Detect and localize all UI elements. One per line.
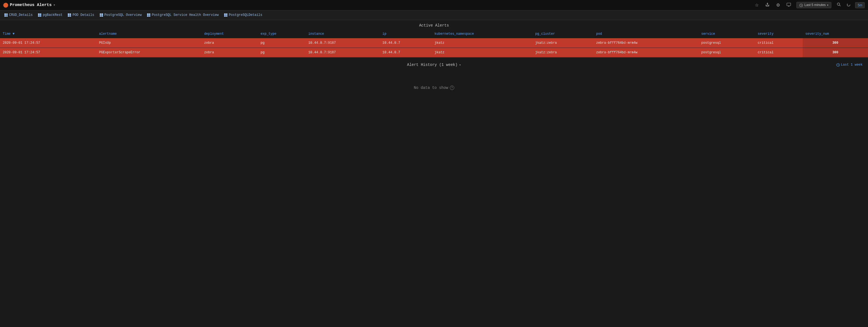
col-kubernetes-namespace-label: kubernetes_namespace: [435, 32, 474, 36]
cell-instance-0: 10.44.0.7:9187: [306, 38, 380, 48]
tab-pg-service-health[interactable]: PostgreSQL Service Health Overview: [145, 12, 221, 18]
col-severity[interactable]: severity: [755, 30, 803, 38]
col-pg-cluster[interactable]: pg_cluster: [532, 30, 593, 38]
grid-icon-pg-overview: [100, 13, 103, 17]
star-button[interactable]: ☆: [754, 2, 760, 8]
active-alerts-title: Active Alerts: [419, 23, 449, 28]
share-button[interactable]: [764, 2, 771, 8]
tab-postgresql-overview[interactable]: PostgreSQL Overview: [98, 12, 144, 18]
svg-marker-8: [847, 4, 848, 5]
cell-kubernetes_namespace-0: jkatz: [432, 38, 532, 48]
col-severity-num[interactable]: severity_num: [803, 30, 868, 38]
col-ip-label: ip: [382, 32, 386, 36]
tab-pg-details[interactable]: PostgreSQLDetails: [222, 12, 264, 18]
col-service-label: service: [701, 32, 715, 36]
col-time-sort-arrow: ▼: [12, 32, 14, 36]
time-range-dropdown-icon: ▾: [827, 4, 828, 6]
col-service[interactable]: service: [699, 30, 755, 38]
interval-button[interactable]: 5m: [855, 2, 865, 8]
cell-kubernetes_namespace-1: jkatz: [432, 48, 532, 57]
col-kubernetes-namespace[interactable]: kubernetes_namespace: [432, 30, 532, 38]
grid-icon-pgbackrest: [38, 13, 41, 17]
tab-pgbackrest[interactable]: pgBackRest: [36, 12, 64, 18]
col-alertname-label: alertname: [99, 32, 117, 36]
time-range-button[interactable]: Last 5 minutes ▾: [796, 2, 831, 8]
tab-postgresql-overview-label: PostgreSQL Overview: [104, 13, 142, 17]
interval-label: 5m: [858, 3, 862, 7]
active-alerts-header: Active Alerts: [0, 20, 868, 30]
top-bar-actions: ☆ ⚙: [754, 2, 865, 8]
cell-severity-1: critical: [755, 48, 803, 57]
col-time-label: Time: [3, 32, 11, 36]
col-instance[interactable]: instance: [306, 30, 380, 38]
tab-pg-service-health-label: PostgreSQL Service Health Overview: [152, 13, 219, 17]
grid-icon-crud: [4, 13, 8, 17]
cell-exp_type-0: pg: [258, 38, 306, 48]
grid-icon-pg-health: [147, 13, 150, 17]
refresh-icon: [846, 3, 851, 8]
help-icon-text: ?: [451, 86, 453, 89]
settings-button[interactable]: ⚙: [775, 2, 781, 8]
grid-icon-pod: [68, 13, 71, 17]
main-content: Active Alerts Time ▼ alertname deploymen…: [0, 20, 868, 115]
grid-icon-pg-details: [224, 13, 227, 17]
refresh-button[interactable]: [846, 2, 851, 8]
col-severity-num-label: severity_num: [805, 32, 829, 36]
col-exp-type-label: exp_type: [261, 32, 277, 36]
tab-crud-details[interactable]: CRUD_Details: [2, 12, 35, 18]
col-ip[interactable]: ip: [380, 30, 432, 38]
cell-pod-0: zebra-bfff764bd-mrm4w: [593, 38, 699, 48]
time-range-label: Last 5 minutes: [804, 3, 826, 7]
col-pod[interactable]: pod: [593, 30, 699, 38]
cell-deployment-1: zebra: [202, 48, 258, 57]
cell-service-1: postgresql: [699, 48, 755, 57]
tab-pgbackrest-label: pgBackRest: [43, 13, 62, 17]
table-row: 2020-09-01 17:24:57PGIsUpzebrapg10.44.0.…: [0, 38, 868, 48]
svg-point-6: [837, 3, 840, 5]
app-title: Prometheus Alerts: [10, 3, 52, 7]
cell-severity-num-1: 300: [803, 48, 868, 57]
cell-time-0: 2020-09-01 17:24:57: [0, 38, 96, 48]
alerts-table-body: 2020-09-01 17:24:57PGIsUpzebrapg10.44.0.…: [0, 38, 868, 57]
cell-time-1: 2020-09-01 17:24:57: [0, 48, 96, 57]
monitor-button[interactable]: [785, 2, 792, 8]
search-icon: [837, 3, 841, 7]
app-title-dropdown[interactable]: ▾: [53, 3, 55, 7]
cell-severity-num-0: 300: [803, 38, 868, 48]
cell-instance-1: 10.44.0.7:9187: [306, 48, 380, 57]
cell-ip-1: 10.44.0.7: [380, 48, 432, 57]
alert-history-title: Alert History (1 week): [407, 63, 458, 67]
share-icon: [765, 3, 770, 8]
tab-crud-details-label: CRUD_Details: [9, 13, 33, 17]
col-severity-label: severity: [758, 32, 774, 36]
col-alertname[interactable]: alertname: [96, 30, 202, 38]
svg-line-11: [838, 65, 839, 65]
col-time[interactable]: Time ▼: [0, 30, 96, 38]
last-week-label-area: Last 1 week: [836, 63, 863, 67]
col-exp-type[interactable]: exp_type: [258, 30, 306, 38]
help-icon[interactable]: ?: [450, 86, 454, 90]
alert-history-dropdown-arrow: ▾: [459, 63, 461, 67]
col-pg-cluster-label: pg_cluster: [535, 32, 555, 36]
cell-pg_cluster-0: jkatz:zebra: [532, 38, 593, 48]
last-week-clock-icon: [836, 63, 840, 67]
star-icon: ☆: [755, 3, 759, 7]
cell-service-0: postgresql: [699, 38, 755, 48]
svg-line-7: [840, 5, 841, 6]
col-deployment-label: deployment: [204, 32, 224, 36]
search-button[interactable]: [836, 2, 842, 8]
top-bar: Prometheus Alerts ▾ ☆ ⚙: [0, 0, 868, 10]
cell-alertname-1: PGExporterScrapeError: [96, 48, 202, 57]
col-pod-label: pod: [596, 32, 602, 36]
app-icon: [3, 3, 8, 8]
app-title-area: Prometheus Alerts ▾: [3, 3, 55, 8]
cell-deployment-0: zebra: [202, 38, 258, 48]
tab-pod-details[interactable]: POD Details: [66, 12, 96, 18]
alerts-table-header: Time ▼ alertname deployment exp_type ins…: [0, 30, 868, 38]
table-row: 2020-09-01 17:24:57PGExporterScrapeError…: [0, 48, 868, 57]
col-deployment[interactable]: deployment: [202, 30, 258, 38]
no-data-text: No data to show: [414, 86, 448, 90]
monitor-icon: [786, 3, 791, 8]
alert-history-title-area[interactable]: Alert History (1 week) ▾: [407, 63, 461, 67]
cell-exp_type-1: pg: [258, 48, 306, 57]
